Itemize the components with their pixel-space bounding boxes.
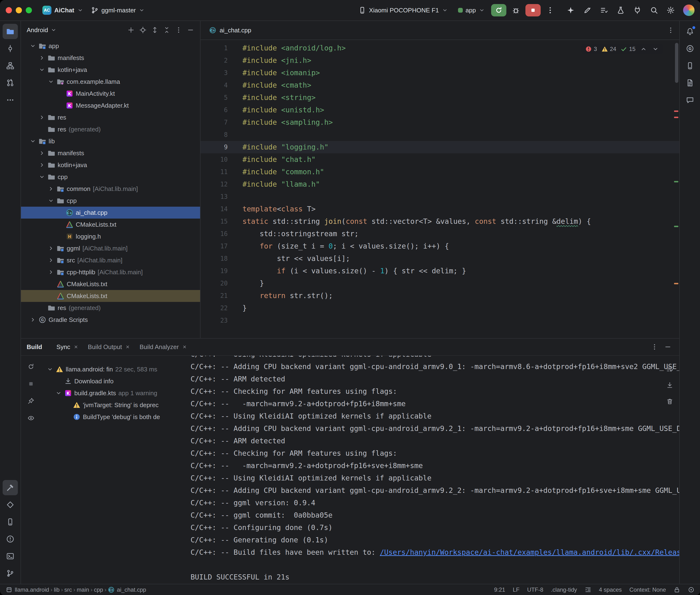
build-tool-title[interactable]: Build	[27, 343, 42, 351]
debug-button[interactable]	[509, 4, 523, 17]
settings-button[interactable]	[664, 4, 678, 17]
more-actions-button[interactable]	[543, 4, 557, 17]
code-line-14[interactable]: 14template<class T>	[200, 203, 679, 215]
breadcrumb-lib[interactable]: lib	[54, 587, 60, 593]
tree-item-lib[interactable]: lib	[21, 135, 200, 147]
error-stripe-mark[interactable]	[674, 111, 678, 112]
project-view-selector[interactable]: Android	[25, 26, 59, 34]
breadcrumb-src[interactable]: src	[64, 587, 72, 593]
close-icon[interactable]	[74, 344, 78, 349]
line-number-23[interactable]: 23	[200, 314, 236, 327]
line-number-11[interactable]: 11	[200, 166, 236, 178]
checklist-button[interactable]	[597, 4, 611, 17]
code-line-19[interactable]: 19 if (i < values.size() - 1) { str << d…	[200, 265, 679, 277]
line-number-1[interactable]: 1	[200, 42, 236, 54]
line-number-4[interactable]: 4	[200, 79, 236, 91]
refresh-button[interactable]	[25, 361, 37, 373]
scrollend-button[interactable]	[664, 379, 675, 391]
tree-item-build-gradle-kts[interactable]: Kbuild.gradle.ktsapp 1 warning	[41, 387, 184, 399]
notifications-tool-button[interactable]	[682, 24, 698, 39]
locate-button[interactable]	[137, 24, 149, 36]
tree-item-app[interactable]: app	[21, 40, 200, 52]
project-tool-button[interactable]	[3, 24, 18, 39]
chevron-collapsed-icon[interactable]	[48, 257, 54, 263]
status-9-21[interactable]: 9:21	[494, 587, 505, 593]
build-output-link[interactable]: /Users/hanyin/Workspace/ai-chat/examples…	[380, 548, 679, 557]
chevron-collapsed-icon[interactable]	[38, 114, 45, 121]
collapse-all-button[interactable]	[161, 24, 172, 36]
tree-item-res[interactable]: res(generated)	[21, 302, 200, 314]
build-console[interactable]: C/C++: -- Using KleidiAI optimized kerne…	[184, 356, 679, 584]
profile-avatar[interactable]	[683, 4, 695, 16]
chevron-expanded-icon[interactable]	[47, 366, 53, 373]
gradle-tool-button[interactable]: G	[682, 41, 698, 56]
tree-item-kotlin-java[interactable]: kotlin+java	[21, 64, 200, 76]
chevron-collapsed-icon[interactable]	[48, 186, 54, 192]
line-number-3[interactable]: 3	[200, 67, 236, 79]
code-line-21[interactable]: 21 return str.str();	[200, 289, 679, 302]
code-line-22[interactable]: 22}	[200, 302, 679, 314]
next-issue-icon[interactable]	[652, 45, 659, 53]
build-tab-build-output[interactable]: Build Output	[83, 341, 134, 353]
code-line-23[interactable]: 23	[200, 314, 679, 327]
app-quality-insights-tool-button[interactable]	[682, 92, 698, 108]
line-number-22[interactable]: 22	[200, 302, 236, 314]
search-button[interactable]	[647, 4, 661, 17]
kebab-button[interactable]	[649, 341, 660, 352]
commit-tool-button[interactable]	[3, 41, 18, 56]
code-line-17[interactable]: 17 for (size_t i = 0; i < values.size();…	[200, 240, 679, 252]
logcat-tool-button[interactable]	[682, 75, 698, 90]
code-line-8[interactable]: 8	[200, 129, 679, 141]
tree-item-messageadapter-kt[interactable]: KMessageAdapter.kt	[21, 100, 200, 111]
status-status-dot[interactable]	[688, 587, 695, 593]
project-selector[interactable]: AC AiChat	[38, 4, 87, 16]
prev-issue-icon[interactable]	[640, 45, 647, 53]
tree-item-manifests[interactable]: manifests	[21, 147, 200, 159]
tree-item-cmakelists-txt[interactable]: CMakeLists.txt	[21, 290, 200, 302]
passed-summary[interactable]: 15	[620, 46, 636, 52]
code-line-18[interactable]: 18 str << values[i];	[200, 252, 679, 265]
tree-item-cpp-httplib[interactable]: cpp-httplib[AiChat.lib.main]	[21, 266, 200, 278]
breadcrumb-ai-chat-cpp[interactable]: C+ai_chat.cpp	[108, 587, 146, 593]
chevron-collapsed-icon[interactable]	[48, 245, 54, 252]
tree-item-mainactivity-kt[interactable]: KMainActivity.kt	[21, 88, 200, 100]
code-line-5[interactable]: 5#include <string>	[200, 91, 679, 104]
graysq-button[interactable]	[25, 378, 37, 390]
editor-options-button[interactable]	[665, 25, 676, 36]
chevron-expanded-icon[interactable]	[48, 197, 54, 204]
tree-item-manifests[interactable]: manifests	[21, 52, 200, 64]
chevron-collapsed-icon[interactable]	[38, 55, 45, 61]
status-lf[interactable]: LF	[513, 587, 520, 593]
kebab-button[interactable]	[173, 24, 184, 36]
pull-requests-tool-button[interactable]	[3, 75, 18, 90]
run-button[interactable]	[491, 4, 506, 17]
code-line-10[interactable]: 10#include "chat.h"	[200, 153, 679, 166]
device-explorer-tool-button[interactable]	[3, 514, 18, 530]
chevron-expanded-icon[interactable]	[38, 174, 45, 180]
error-stripe-mark[interactable]	[674, 117, 678, 118]
line-number-6[interactable]: 6	[200, 104, 236, 116]
chevron-expanded-icon[interactable]	[30, 138, 36, 144]
build-variants-tool-button[interactable]	[3, 497, 18, 512]
line-number-18[interactable]: 18	[200, 252, 236, 265]
softwrap-button[interactable]	[664, 363, 675, 375]
hide-button[interactable]	[185, 24, 196, 36]
code-editor[interactable]: 1#include <android/log.h>2#include <jni.…	[200, 40, 679, 338]
tree-item-jvmtarget-string-is-deprec[interactable]: 'jvmTarget: String' is deprec	[41, 399, 184, 411]
code-line-11[interactable]: 11#include "common.h"	[200, 166, 679, 178]
tree-item-cpp[interactable]: cpp	[21, 171, 200, 183]
version-control-tool-button[interactable]	[3, 566, 18, 581]
minimize-window-button[interactable]	[16, 7, 22, 13]
inspections-widget[interactable]: 3 24 15	[581, 44, 663, 54]
code-line-6[interactable]: 6#include <unistd.h>	[200, 104, 679, 116]
pin-button[interactable]	[25, 395, 37, 407]
line-number-2[interactable]: 2	[200, 54, 236, 67]
editor-scrollbar[interactable]	[675, 43, 678, 83]
tree-item-gradle-scripts[interactable]: GGradle Scripts	[21, 314, 200, 326]
build-tab-sync[interactable]: Sync	[52, 341, 82, 353]
close-icon[interactable]	[182, 344, 187, 349]
chevron-expanded-icon[interactable]	[48, 78, 54, 85]
branch-selector[interactable]: ggml-master	[87, 5, 149, 16]
tree-item-src[interactable]: src[AiChat.lib.main]	[21, 254, 200, 266]
line-number-8[interactable]: 8	[200, 129, 236, 141]
